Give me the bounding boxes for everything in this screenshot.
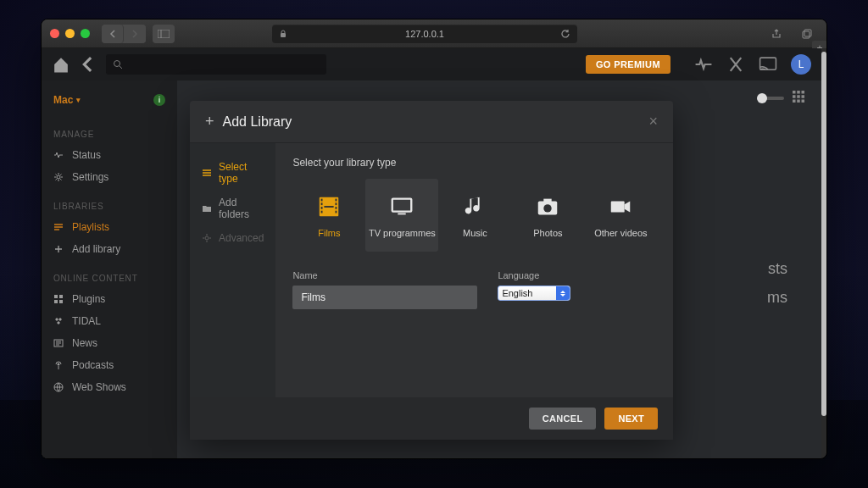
plus-icon	[53, 244, 64, 254]
modal-title: Add Library	[223, 114, 292, 130]
server-selector[interactable]: Mac ▾ i	[42, 91, 177, 116]
playlist-icon	[53, 222, 64, 232]
type-films[interactable]: Films	[292, 179, 365, 252]
modal-prompt: Select your library type	[292, 157, 657, 169]
svg-point-14	[58, 363, 60, 366]
avatar[interactable]: L	[791, 54, 811, 75]
reload-icon[interactable]	[560, 29, 570, 39]
sidebar-toggle-button[interactable]	[153, 25, 175, 43]
next-button[interactable]: NEXT	[604, 408, 658, 430]
select-chevron-icon	[556, 286, 570, 300]
browser-scrollbar[interactable]	[821, 48, 826, 453]
activity-icon[interactable]	[694, 55, 713, 74]
maximize-window-button[interactable]	[81, 29, 90, 38]
svg-rect-34	[336, 211, 337, 214]
svg-rect-9	[54, 295, 58, 298]
cast-icon[interactable]	[759, 55, 777, 74]
sidebar-item-playlists[interactable]: Playlists	[42, 216, 177, 238]
type-other[interactable]: Other videos	[584, 179, 657, 252]
language-select[interactable]: English	[498, 286, 570, 301]
svg-rect-18	[802, 91, 805, 94]
svg-rect-16	[793, 91, 796, 94]
zoom-slider[interactable]	[757, 97, 784, 100]
address-url: 127.0.0.1	[405, 29, 444, 39]
podcast-icon	[53, 360, 64, 370]
minimize-window-button[interactable]	[65, 29, 75, 38]
lock-icon	[279, 30, 287, 38]
gear-icon	[53, 172, 64, 182]
step-select-type[interactable]: Select type	[190, 155, 275, 191]
close-window-button[interactable]	[50, 29, 59, 38]
forward-button[interactable]	[124, 25, 146, 43]
server-status-icon: i	[153, 94, 165, 106]
list-icon	[202, 168, 212, 178]
type-photos[interactable]: Photos	[511, 179, 584, 252]
svg-rect-3	[804, 30, 811, 36]
news-icon	[53, 338, 64, 348]
settings-tools-icon[interactable]	[726, 55, 745, 74]
name-input[interactable]	[292, 286, 477, 309]
sidebar-item-podcasts[interactable]: Podcasts	[42, 354, 177, 376]
grid-view-icon[interactable]	[793, 91, 804, 106]
svg-rect-30	[321, 211, 323, 214]
camera-icon	[535, 192, 560, 221]
back-button[interactable]	[102, 25, 124, 43]
modal-header: + Add Library ×	[190, 101, 673, 143]
svg-rect-23	[797, 100, 800, 103]
language-value: English	[502, 288, 532, 298]
search-icon	[113, 59, 123, 69]
svg-rect-4	[803, 31, 810, 38]
sidebar-item-plugins[interactable]: Plugins	[42, 288, 177, 310]
gear-icon	[202, 233, 212, 243]
svg-rect-37	[398, 214, 406, 215]
go-premium-button[interactable]: GO PREMIUM	[586, 55, 670, 74]
tv-icon	[389, 192, 415, 221]
header-actions: L	[694, 54, 811, 75]
film-icon	[316, 192, 342, 221]
step-advanced: Advanced	[190, 226, 275, 250]
modal-footer: CANCEL NEXT	[190, 397, 673, 440]
add-library-modal: + Add Library × Select type Add folders …	[190, 101, 673, 440]
video-icon	[608, 192, 633, 221]
sidebar-item-add-library[interactable]: Add library	[42, 238, 177, 260]
language-label: Language	[498, 270, 570, 280]
step-add-folders[interactable]: Add folders	[190, 191, 275, 226]
home-icon[interactable]	[52, 55, 70, 74]
type-music[interactable]: Music	[438, 179, 511, 252]
svg-rect-27	[321, 199, 323, 202]
scrollbar-thumb[interactable]	[821, 52, 826, 416]
share-button[interactable]	[765, 25, 787, 43]
library-types: Films TV programmes Music	[292, 179, 657, 252]
sidebar-item-status[interactable]: Status	[42, 144, 177, 166]
sidebar-item-tidal[interactable]: TIDAL	[42, 310, 177, 332]
name-field: Name	[292, 270, 477, 309]
traffic-lights	[50, 29, 90, 38]
sidebar: Mac ▾ i MANAGE Status Settings LIBRARIES…	[42, 80, 177, 458]
sidebar-item-webshows[interactable]: Web Shows	[42, 376, 177, 398]
type-tv[interactable]: TV programmes	[365, 179, 438, 252]
svg-rect-39	[544, 199, 552, 202]
address-bar[interactable]: 127.0.0.1	[272, 25, 577, 43]
plugins-icon	[53, 294, 64, 304]
cancel-button[interactable]: CANCEL	[529, 408, 597, 430]
app-header: GO PREMIUM L	[42, 48, 821, 80]
folder-icon	[202, 203, 212, 214]
svg-rect-21	[802, 95, 805, 98]
modal-fields: Name Language English	[292, 270, 657, 309]
sidebar-item-news[interactable]: News	[42, 332, 177, 354]
close-icon[interactable]: ×	[648, 113, 658, 130]
browser-window: 127.0.0.1 +	[41, 19, 827, 459]
tidal-icon	[53, 316, 64, 326]
svg-rect-0	[158, 30, 170, 38]
background-content-peek: sts ms	[767, 254, 787, 312]
section-online: ONLINE CONTENT	[42, 260, 177, 288]
back-icon[interactable]	[79, 55, 97, 74]
music-icon	[462, 192, 487, 221]
caret-down-icon: ▾	[76, 96, 81, 104]
modal-steps: Select type Add folders Advanced	[190, 143, 275, 397]
svg-rect-33	[336, 207, 337, 209]
view-controls	[757, 91, 804, 106]
sidebar-item-settings[interactable]: Settings	[42, 166, 177, 188]
nav-back-forward	[102, 25, 146, 43]
search-input[interactable]	[106, 54, 326, 75]
